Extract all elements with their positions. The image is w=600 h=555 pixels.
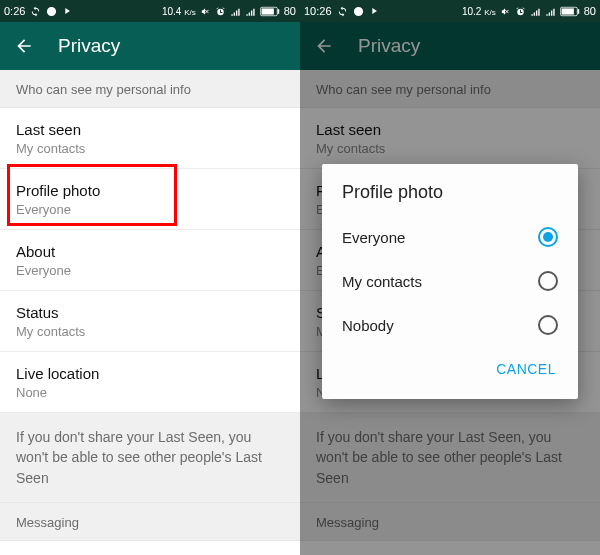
radio-icon xyxy=(538,271,558,291)
svg-rect-2 xyxy=(277,9,279,14)
item-status[interactable]: Status My contacts xyxy=(0,291,300,352)
item-status-value: My contacts xyxy=(16,324,284,339)
play-icon xyxy=(369,6,379,16)
page-title: Privacy xyxy=(58,35,120,57)
dialog-title: Profile photo xyxy=(322,182,578,215)
status-time: 10:26 xyxy=(304,5,332,17)
item-live-location[interactable]: Live location None xyxy=(0,352,300,413)
cancel-button[interactable]: CANCEL xyxy=(486,353,566,385)
alarm-icon xyxy=(515,6,526,17)
dialog-profile-photo: Profile photo Everyone My contacts Nobod… xyxy=(322,164,578,399)
option-nobody-label: Nobody xyxy=(342,317,394,334)
svg-rect-1 xyxy=(261,8,273,14)
option-my-contacts-label: My contacts xyxy=(342,273,422,290)
phone-left: 0:26 10.4 K/s 80 Privacy Who can see my … xyxy=(0,0,300,555)
app-bar: Privacy xyxy=(0,22,300,70)
status-battery: 80 xyxy=(584,5,596,17)
option-everyone[interactable]: Everyone xyxy=(322,215,578,259)
info-note: If you don't share your Last Seen, you w… xyxy=(0,413,300,503)
radio-selected-icon xyxy=(538,227,558,247)
radio-icon xyxy=(538,315,558,335)
mute-icon xyxy=(200,6,211,17)
status-netspeed: 10.2 K/s xyxy=(462,6,496,17)
status-bar: 10:26 10.2 K/s 80 xyxy=(300,0,600,22)
item-about-label: About xyxy=(16,243,284,260)
signal-icon xyxy=(230,6,241,17)
item-last-seen-label: Last seen xyxy=(16,121,284,138)
item-last-seen-value: My contacts xyxy=(16,141,284,156)
battery-icon xyxy=(560,6,580,17)
signal-icon-2 xyxy=(545,6,556,17)
option-nobody[interactable]: Nobody xyxy=(322,303,578,347)
status-bar: 0:26 10.4 K/s 80 xyxy=(0,0,300,22)
item-profile-photo-value: Everyone xyxy=(16,202,284,217)
svg-rect-4 xyxy=(561,8,573,14)
sync-icon xyxy=(30,6,41,17)
section-messaging: Messaging xyxy=(0,503,300,541)
status-time: 0:26 xyxy=(4,5,25,17)
item-profile-photo[interactable]: Profile photo Everyone xyxy=(0,169,300,230)
mute-icon xyxy=(500,6,511,17)
item-last-seen[interactable]: Last seen My contacts xyxy=(0,108,300,169)
back-icon[interactable] xyxy=(14,36,34,56)
download-icon xyxy=(46,6,57,17)
download-icon xyxy=(353,6,364,17)
svg-rect-5 xyxy=(577,9,579,14)
status-netspeed: 10.4 K/s xyxy=(162,6,196,17)
status-battery: 80 xyxy=(284,5,296,17)
item-profile-photo-label: Profile photo xyxy=(16,182,284,199)
phone-right: 10:26 10.2 K/s 80 Privacy Who can see my… xyxy=(300,0,600,555)
section-personal-info: Who can see my personal info xyxy=(0,70,300,108)
item-about[interactable]: About Everyone xyxy=(0,230,300,291)
item-live-location-label: Live location xyxy=(16,365,284,382)
signal-icon-2 xyxy=(245,6,256,17)
item-status-label: Status xyxy=(16,304,284,321)
signal-icon xyxy=(530,6,541,17)
sync-icon xyxy=(337,6,348,17)
item-blocked-contacts[interactable]: Blocked contacts: None xyxy=(0,541,300,555)
option-my-contacts[interactable]: My contacts xyxy=(322,259,578,303)
battery-icon xyxy=(260,6,280,17)
play-icon xyxy=(62,6,72,16)
item-live-location-value: None xyxy=(16,385,284,400)
option-everyone-label: Everyone xyxy=(342,229,405,246)
alarm-icon xyxy=(215,6,226,17)
item-about-value: Everyone xyxy=(16,263,284,278)
